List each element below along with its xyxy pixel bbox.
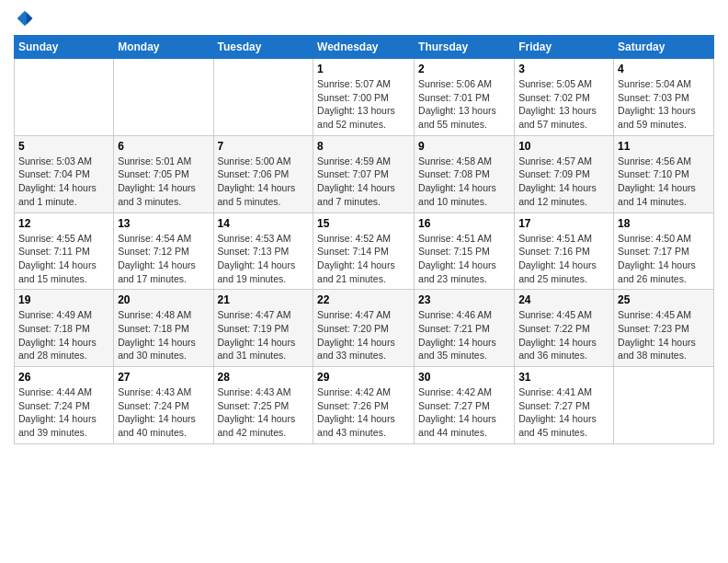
day-number: 29 (317, 371, 410, 384)
day-info: Sunrise: 4:51 AM Sunset: 7:15 PM Dayligh… (418, 232, 510, 286)
calendar-week-row: 26Sunrise: 4:44 AM Sunset: 7:24 PM Dayli… (15, 367, 714, 444)
day-number: 14 (218, 217, 310, 230)
day-info: Sunrise: 4:45 AM Sunset: 7:23 PM Dayligh… (618, 308, 710, 362)
calendar-cell (114, 59, 213, 136)
calendar-cell: 6Sunrise: 5:01 AM Sunset: 7:05 PM Daylig… (114, 135, 213, 213)
calendar-cell: 29Sunrise: 4:42 AM Sunset: 7:26 PM Dayli… (313, 367, 415, 444)
day-number: 1 (317, 63, 410, 75)
calendar-cell: 20Sunrise: 4:48 AM Sunset: 7:18 PM Dayli… (114, 290, 213, 367)
day-info: Sunrise: 4:43 AM Sunset: 7:25 PM Dayligh… (218, 385, 310, 440)
calendar-cell: 12Sunrise: 4:55 AM Sunset: 7:11 PM Dayli… (15, 213, 114, 290)
calendar-cell: 23Sunrise: 4:46 AM Sunset: 7:21 PM Dayli… (415, 290, 515, 367)
day-number: 23 (418, 293, 510, 306)
calendar-cell: 4Sunrise: 5:04 AM Sunset: 7:03 PM Daylig… (614, 59, 714, 136)
day-number: 4 (618, 63, 710, 75)
day-info: Sunrise: 4:43 AM Sunset: 7:24 PM Dayligh… (118, 385, 209, 440)
weekday-header: Friday (515, 36, 614, 59)
day-number: 27 (118, 371, 209, 384)
calendar-cell: 18Sunrise: 4:50 AM Sunset: 7:17 PM Dayli… (614, 213, 714, 290)
day-number: 18 (618, 217, 710, 230)
day-number: 16 (418, 217, 510, 230)
day-info: Sunrise: 5:03 AM Sunset: 7:04 PM Dayligh… (18, 155, 109, 209)
day-info: Sunrise: 5:05 AM Sunset: 7:02 PM Dayligh… (518, 77, 609, 132)
calendar-cell: 31Sunrise: 4:41 AM Sunset: 7:27 PM Dayli… (515, 367, 614, 444)
calendar-cell: 30Sunrise: 4:42 AM Sunset: 7:27 PM Dayli… (415, 367, 515, 444)
day-number: 10 (518, 140, 609, 153)
calendar-cell: 8Sunrise: 4:59 AM Sunset: 7:07 PM Daylig… (313, 135, 415, 213)
day-number: 21 (218, 293, 310, 306)
day-info: Sunrise: 4:53 AM Sunset: 7:13 PM Dayligh… (218, 232, 310, 286)
calendar-cell: 7Sunrise: 5:00 AM Sunset: 7:06 PM Daylig… (213, 135, 313, 213)
calendar-cell: 25Sunrise: 4:45 AM Sunset: 7:23 PM Dayli… (614, 290, 714, 367)
calendar-cell: 16Sunrise: 4:51 AM Sunset: 7:15 PM Dayli… (415, 213, 515, 290)
day-number: 25 (618, 293, 710, 306)
calendar-cell (213, 59, 313, 136)
day-number: 3 (518, 63, 609, 75)
calendar-cell: 17Sunrise: 4:51 AM Sunset: 7:16 PM Dayli… (515, 213, 614, 290)
logo (14, 9, 34, 28)
day-info: Sunrise: 4:52 AM Sunset: 7:14 PM Dayligh… (317, 232, 410, 286)
calendar-cell: 14Sunrise: 4:53 AM Sunset: 7:13 PM Dayli… (213, 213, 313, 290)
page: SundayMondayTuesdayWednesdayThursdayFrid… (0, 0, 728, 563)
day-number: 22 (317, 293, 410, 306)
day-info: Sunrise: 4:44 AM Sunset: 7:24 PM Dayligh… (18, 385, 109, 440)
day-number: 8 (317, 140, 410, 153)
day-info: Sunrise: 4:45 AM Sunset: 7:22 PM Dayligh… (518, 308, 609, 362)
calendar-cell: 22Sunrise: 4:47 AM Sunset: 7:20 PM Dayli… (313, 290, 415, 367)
day-info: Sunrise: 4:55 AM Sunset: 7:11 PM Dayligh… (18, 232, 109, 286)
day-info: Sunrise: 4:50 AM Sunset: 7:17 PM Dayligh… (618, 232, 710, 286)
day-info: Sunrise: 4:49 AM Sunset: 7:18 PM Dayligh… (18, 308, 109, 362)
calendar-cell: 26Sunrise: 4:44 AM Sunset: 7:24 PM Dayli… (15, 367, 114, 444)
calendar-cell: 10Sunrise: 4:57 AM Sunset: 7:09 PM Dayli… (515, 135, 614, 213)
day-number: 20 (118, 293, 209, 306)
calendar-cell: 13Sunrise: 4:54 AM Sunset: 7:12 PM Dayli… (114, 213, 213, 290)
day-info: Sunrise: 4:56 AM Sunset: 7:10 PM Dayligh… (618, 155, 710, 209)
logo-icon (16, 9, 34, 28)
calendar-cell: 28Sunrise: 4:43 AM Sunset: 7:25 PM Dayli… (213, 367, 313, 444)
weekday-header: Thursday (415, 36, 515, 59)
calendar-cell (15, 59, 114, 136)
day-info: Sunrise: 4:54 AM Sunset: 7:12 PM Dayligh… (118, 232, 209, 286)
calendar-week-row: 5Sunrise: 5:03 AM Sunset: 7:04 PM Daylig… (15, 135, 714, 213)
day-info: Sunrise: 4:47 AM Sunset: 7:19 PM Dayligh… (218, 308, 310, 362)
svg-marker-1 (27, 12, 33, 24)
weekday-header: Monday (114, 36, 213, 59)
day-info: Sunrise: 5:00 AM Sunset: 7:06 PM Dayligh… (218, 155, 310, 209)
calendar-cell: 1Sunrise: 5:07 AM Sunset: 7:00 PM Daylig… (313, 59, 415, 136)
day-number: 28 (218, 371, 310, 384)
day-info: Sunrise: 4:42 AM Sunset: 7:27 PM Dayligh… (418, 385, 510, 440)
day-number: 2 (418, 63, 510, 75)
calendar-cell: 24Sunrise: 4:45 AM Sunset: 7:22 PM Dayli… (515, 290, 614, 367)
day-info: Sunrise: 5:06 AM Sunset: 7:01 PM Dayligh… (418, 77, 510, 132)
weekday-header: Tuesday (213, 36, 313, 59)
day-info: Sunrise: 5:07 AM Sunset: 7:00 PM Dayligh… (317, 77, 410, 132)
header (14, 9, 714, 28)
day-number: 26 (18, 371, 109, 384)
calendar-week-row: 12Sunrise: 4:55 AM Sunset: 7:11 PM Dayli… (15, 213, 714, 290)
day-number: 9 (418, 140, 510, 153)
day-number: 24 (518, 293, 609, 306)
header-row: SundayMondayTuesdayWednesdayThursdayFrid… (15, 36, 714, 59)
day-number: 11 (618, 140, 710, 153)
day-number: 13 (118, 217, 209, 230)
weekday-header: Sunday (15, 36, 114, 59)
calendar-cell: 19Sunrise: 4:49 AM Sunset: 7:18 PM Dayli… (15, 290, 114, 367)
day-info: Sunrise: 4:58 AM Sunset: 7:08 PM Dayligh… (418, 155, 510, 209)
calendar-week-row: 1Sunrise: 5:07 AM Sunset: 7:00 PM Daylig… (15, 59, 714, 136)
day-info: Sunrise: 5:01 AM Sunset: 7:05 PM Dayligh… (118, 155, 209, 209)
day-number: 30 (418, 371, 510, 384)
weekday-header: Wednesday (313, 36, 415, 59)
day-info: Sunrise: 4:51 AM Sunset: 7:16 PM Dayligh… (518, 232, 609, 286)
calendar-cell: 11Sunrise: 4:56 AM Sunset: 7:10 PM Dayli… (614, 135, 714, 213)
calendar-table: SundayMondayTuesdayWednesdayThursdayFrid… (14, 35, 714, 444)
day-number: 31 (518, 371, 609, 384)
day-info: Sunrise: 4:59 AM Sunset: 7:07 PM Dayligh… (317, 155, 410, 209)
day-info: Sunrise: 4:46 AM Sunset: 7:21 PM Dayligh… (418, 308, 510, 362)
weekday-header: Saturday (614, 36, 714, 59)
calendar-cell: 15Sunrise: 4:52 AM Sunset: 7:14 PM Dayli… (313, 213, 415, 290)
calendar-cell: 27Sunrise: 4:43 AM Sunset: 7:24 PM Dayli… (114, 367, 213, 444)
day-number: 12 (18, 217, 109, 230)
calendar-cell: 2Sunrise: 5:06 AM Sunset: 7:01 PM Daylig… (415, 59, 515, 136)
calendar-cell: 9Sunrise: 4:58 AM Sunset: 7:08 PM Daylig… (415, 135, 515, 213)
calendar-cell (614, 367, 714, 444)
